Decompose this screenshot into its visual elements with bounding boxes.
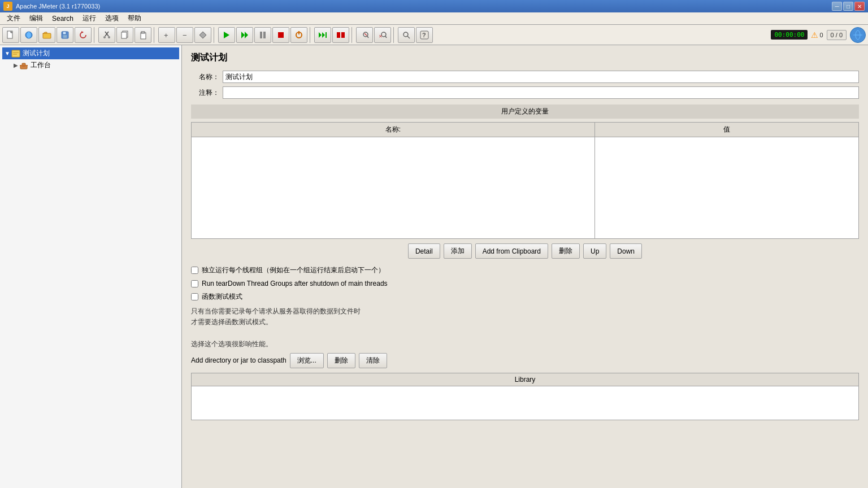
svg-marker-25 bbox=[319, 32, 322, 38]
detail-button[interactable]: Detail bbox=[408, 243, 440, 259]
svg-marker-19 bbox=[245, 32, 248, 38]
pause-button[interactable] bbox=[254, 27, 271, 43]
library-empty-row bbox=[192, 386, 859, 420]
warning-count: 0 bbox=[819, 32, 823, 38]
checkbox-independent-threads[interactable] bbox=[191, 267, 198, 274]
variables-section-title: 用户定义的变量 bbox=[191, 104, 859, 119]
svg-point-36 bbox=[403, 32, 408, 37]
table-empty-row bbox=[192, 137, 859, 239]
svg-line-34 bbox=[385, 36, 387, 38]
close-button[interactable]: ✕ bbox=[854, 2, 865, 11]
svg-rect-29 bbox=[341, 32, 345, 38]
left-panel: ▼ 测试计划 ▶ 工作台 bbox=[0, 45, 182, 488]
open-button[interactable] bbox=[38, 27, 55, 43]
menu-search[interactable]: Search bbox=[47, 14, 78, 24]
comment-form-row: 注释： bbox=[191, 86, 859, 99]
browse-button[interactable] bbox=[398, 27, 415, 43]
main-container: ▼ 测试计划 ▶ 工作台 测试计划 名称： 注释： 用户定义的变量 bbox=[0, 45, 868, 488]
stop-button[interactable] bbox=[272, 27, 289, 43]
svg-rect-22 bbox=[278, 32, 284, 38]
up-button[interactable]: Up bbox=[583, 243, 606, 259]
title-bar: J Apache JMeter (3.1 r1770033) ─ □ ✕ bbox=[0, 0, 868, 12]
svg-rect-27 bbox=[326, 32, 327, 38]
column-value: 值 bbox=[595, 123, 859, 137]
table-empty-value-cell bbox=[595, 137, 859, 239]
svg-rect-2 bbox=[43, 33, 51, 38]
browse-classpath-button[interactable]: 浏览... bbox=[290, 353, 324, 368]
warning-icon: ⚠ bbox=[811, 30, 818, 40]
tree-item-workbench[interactable]: ▶ 工作台 bbox=[2, 59, 179, 71]
clear-classpath-button[interactable]: 清除 bbox=[359, 353, 387, 368]
tree-item-icon-test-plan bbox=[11, 49, 20, 58]
timer-display: 00:00:00 bbox=[771, 30, 808, 40]
svg-text:✕: ✕ bbox=[379, 34, 383, 39]
tree-item-test-plan[interactable]: ▼ 测试计划 bbox=[2, 47, 179, 59]
warning-badge: ⚠ 0 bbox=[811, 30, 823, 40]
svg-line-32 bbox=[364, 33, 367, 36]
app-icon: J bbox=[3, 2, 12, 11]
clear-button[interactable] bbox=[356, 27, 373, 43]
svg-rect-48 bbox=[20, 65, 28, 66]
name-input[interactable] bbox=[223, 71, 859, 83]
svg-rect-5 bbox=[63, 35, 67, 38]
delete-classpath-button[interactable]: 删除 bbox=[327, 353, 355, 368]
minimize-button[interactable]: ─ bbox=[832, 2, 842, 11]
toggle-button[interactable] bbox=[194, 27, 211, 43]
down-button[interactable]: Down bbox=[610, 243, 642, 259]
library-table: Library bbox=[191, 373, 859, 420]
comment-label: 注释： bbox=[191, 88, 219, 98]
collapse-button[interactable]: − bbox=[176, 27, 193, 43]
menu-file[interactable]: 文件 bbox=[2, 12, 25, 24]
remote-stop-all-button[interactable] bbox=[332, 27, 349, 43]
comment-input[interactable] bbox=[223, 86, 859, 99]
svg-marker-17 bbox=[224, 32, 229, 38]
menu-run[interactable]: 运行 bbox=[78, 12, 101, 24]
library-column: Library bbox=[192, 373, 859, 386]
remote-start-all-button[interactable] bbox=[314, 27, 331, 43]
expand-button[interactable]: + bbox=[158, 27, 175, 43]
window-title: Apache JMeter (3.1 r1770033) bbox=[16, 3, 832, 10]
clear-all-button[interactable]: ✕ bbox=[374, 27, 391, 43]
svg-marker-26 bbox=[322, 32, 325, 38]
checkbox-row-2: Run tearDown Thread Groups after shutdow… bbox=[191, 280, 859, 287]
earth-icon bbox=[850, 27, 866, 43]
table-empty-name-cell bbox=[192, 137, 595, 239]
svg-rect-4 bbox=[63, 32, 66, 34]
svg-point-10 bbox=[108, 36, 110, 38]
cut-button[interactable] bbox=[98, 27, 115, 43]
checkbox-independent-threads-label: 独立运行每个线程组（例如在一个组运行结束后启动下一个） bbox=[202, 265, 385, 275]
delete-button[interactable]: 删除 bbox=[552, 243, 580, 259]
svg-rect-28 bbox=[337, 32, 340, 38]
svg-rect-14 bbox=[141, 32, 145, 33]
start-button[interactable] bbox=[218, 27, 235, 43]
svg-rect-13 bbox=[141, 33, 146, 39]
help-button[interactable]: ? bbox=[416, 27, 433, 43]
copy-button[interactable] bbox=[116, 27, 133, 43]
revert-button[interactable] bbox=[75, 27, 92, 43]
name-label: 名称： bbox=[191, 72, 219, 82]
checkbox-functional[interactable] bbox=[191, 293, 198, 300]
checkbox-row-3: 函数测试模式 bbox=[191, 292, 859, 302]
svg-rect-12 bbox=[121, 32, 127, 38]
shutdown-button[interactable] bbox=[290, 27, 307, 43]
svg-line-37 bbox=[407, 36, 410, 38]
window-controls: ─ □ ✕ bbox=[832, 2, 865, 11]
new-file-button[interactable] bbox=[2, 27, 19, 43]
column-name: 名称: bbox=[192, 123, 595, 137]
add-button[interactable]: 添加 bbox=[444, 243, 472, 259]
maximize-button[interactable]: □ bbox=[843, 2, 853, 11]
checkbox-row-1: 独立运行每个线程组（例如在一个组运行结束后启动下一个） bbox=[191, 265, 859, 275]
start-no-pause-button[interactable] bbox=[236, 27, 253, 43]
add-from-clipboard-button[interactable]: Add from Clipboard bbox=[475, 243, 548, 259]
save-button[interactable] bbox=[57, 27, 73, 43]
menu-options[interactable]: 选项 bbox=[101, 12, 123, 24]
checkbox-functional-label: 函数测试模式 bbox=[202, 292, 242, 302]
checkbox-teardown[interactable] bbox=[191, 280, 198, 287]
tree-item-label-workbench: 工作台 bbox=[31, 60, 51, 70]
tree-expand-arrow: ▼ bbox=[5, 50, 10, 56]
templates-button[interactable] bbox=[20, 27, 37, 43]
counter-display: 0 / 0 bbox=[827, 30, 847, 40]
paste-button[interactable] bbox=[134, 27, 151, 43]
menu-edit[interactable]: 编辑 bbox=[25, 12, 47, 24]
menu-help[interactable]: 帮助 bbox=[123, 12, 146, 24]
